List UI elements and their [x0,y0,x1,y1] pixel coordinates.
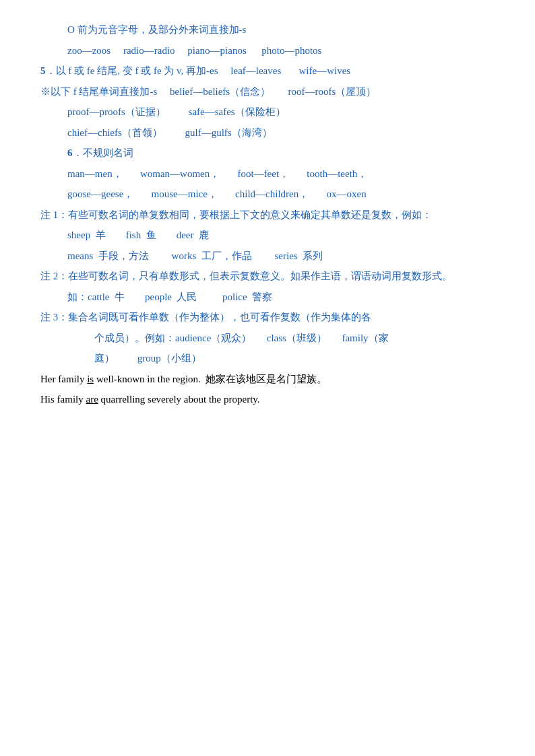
line-note3-cont: 个成员）。例如：audience（观众） class（班级） family（家 [40,329,495,348]
text-her-family-en: Her family is well-known in the region. … [40,374,327,384]
text-f-direct: ※以下 f 结尾单词直接加-s belief—beliefs（信念） roof—… [40,86,376,97]
text-chief-gulf: chief—chiefs（首领） gulf—gulfs（海湾） [67,127,272,138]
underline-is: is [87,374,94,384]
line-note2: 注 2：在些可数名词，只有单数形式，但表示复数意义。如果作主语，谓语动词用复数形… [40,267,495,286]
line-his-family: His family are quarrelling severely abou… [40,390,495,409]
line-means-works: means 手段，方法 works 工厂，作品 series 系列 [40,246,495,266]
line-her-family: Her family is well-known in the region. … [40,370,495,389]
text-proof-safe: proof—proofs（证据） safe—safes（保险柜） [67,106,286,117]
text-cattle-people: 如：cattle 牛 people 人民 police 警察 [67,291,272,302]
text-rule5-body: ．以 f 或 fe 结尾, 变 f 或 fe 为 v, 再加-es leaf—l… [46,65,351,76]
text-note3-part1: 注 3：集合名词既可看作单数（作为整体），也可看作复数（作为集体的各 [40,312,371,322]
line-irregular1: man—men， woman—women， foot—feet， tooth—t… [40,164,495,184]
line-cattle-people: 如：cattle 牛 people 人民 police 警察 [40,287,495,307]
text-rule6-num: 6 [67,147,73,158]
line-rule6: 6．不规则名词 [40,143,495,163]
text-irregular2: goose—geese， mouse—mice， child—children，… [67,188,367,199]
text-note2: 注 2：在些可数名词，只有单数形式，但表示复数意义。如果作主语，谓语动词用复数形… [40,271,452,281]
line-note3: 注 3：集合名词既可看作单数（作为整体），也可看作复数（作为集体的各 [40,308,495,327]
text-o-vowel: O 前为元音字母，及部分外来词直接加-s [67,24,246,35]
text-rule5-num: 5 [40,65,46,76]
text-means-works: means 手段，方法 works 工厂，作品 series 系列 [67,250,323,261]
text-rule6-body: ．不规则名词 [73,147,133,158]
text-sheep-fish: sheep 羊 fish 鱼 deer 鹿 [67,230,209,240]
text-zoo-examples: zoo—zoos radio—radio piano—pianos photo—… [67,45,321,56]
line-chief-gulf: chief—chiefs（首领） gulf—gulfs（海湾） [40,123,495,143]
text-his-family-en: His family are quarrelling severely abou… [40,394,260,405]
line-note3-cont2: 庭） group（小组） [40,349,495,368]
line-irregular2: goose—geese， mouse—mice， child—children，… [40,184,495,204]
text-irregular1: man—men， woman—women， foot—feet， tooth—t… [67,168,367,179]
page-content: O 前为元音字母，及部分外来词直接加-s zoo—zoos radio—radi… [40,20,495,409]
line-proof-safe: proof—proofs（证据） safe—safes（保险柜） [40,102,495,122]
text-note3-part3: 庭） group（小组） [94,353,201,364]
line-zoo-examples: zoo—zoos radio—radio piano—pianos photo—… [40,41,495,61]
text-note3-part2: 个成员）。例如：audience（观众） class（班级） family（家 [94,333,389,343]
line-sheep-fish: sheep 羊 fish 鱼 deer 鹿 [40,226,495,245]
line-o-vowel: O 前为元音字母，及部分外来词直接加-s [40,20,495,40]
text-note1: 注 1：有些可数名词的单复数相同，要根据上下文的意义来确定其单数还是复数，例如： [40,209,432,220]
line-note1: 注 1：有些可数名词的单复数相同，要根据上下文的意义来确定其单数还是复数，例如： [40,205,495,225]
line-f-direct: ※以下 f 结尾单词直接加-s belief—beliefs（信念） roof—… [40,82,495,102]
line-rule5: 5．以 f 或 fe 结尾, 变 f 或 fe 为 v, 再加-es leaf—… [40,61,495,81]
underline-are: are [86,394,98,405]
